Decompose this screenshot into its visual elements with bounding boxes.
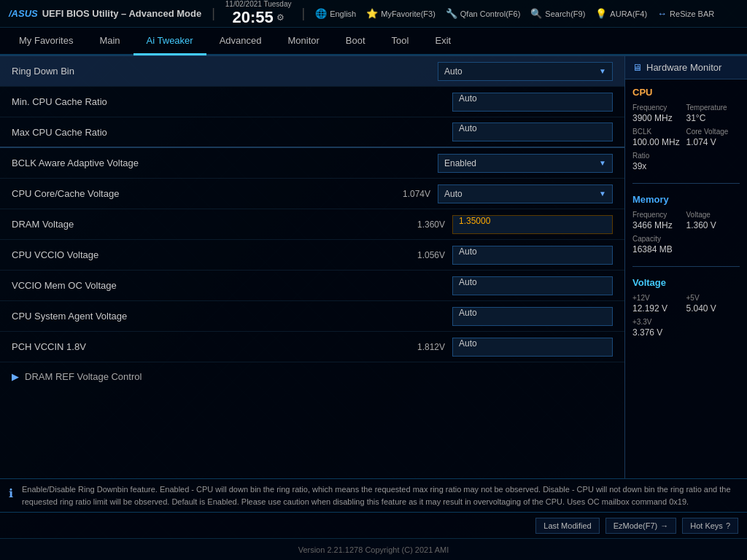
bclk-aware-arrow: ▼ — [599, 159, 606, 167]
nav-boot[interactable]: Boot — [333, 28, 379, 55]
nav-exit[interactable]: Exit — [422, 28, 464, 55]
hw-core-voltage-value: 1.074 V — [686, 137, 740, 147]
hw-bclk-label: BCLK — [632, 128, 686, 136]
globe-icon: 🌐 — [315, 8, 327, 19]
header-separator: | — [212, 6, 215, 21]
last-modified-label: Last Modified — [543, 521, 591, 530]
version-text: Version 2.21.1278 Copyright (C) 2021 AMI — [298, 545, 449, 554]
setting-max-cpu-cache: Max CPU Cache Ratio Auto — [0, 117, 624, 148]
star-icon: ⭐ — [366, 8, 378, 19]
cpu-core-voltage-arrow: ▼ — [599, 190, 606, 198]
hw-cpu-section: CPU Frequency 3900 MHz Temperature 31°C … — [625, 79, 747, 180]
resize-icon: ↔ — [657, 8, 667, 19]
dram-voltage-reading: 1.360V — [417, 219, 445, 230]
info-text: Enable/Disable Ring Downbin feature. Ena… — [22, 483, 738, 508]
nav-bar: My Favorites Main Ai Tweaker Advanced Mo… — [0, 28, 747, 55]
monitor-icon: 🖥 — [632, 62, 642, 73]
nav-tool[interactable]: Tool — [379, 28, 422, 55]
hw-cpu-freq-col: Frequency 3900 MHz — [632, 104, 686, 123]
hw-divider-2 — [632, 266, 740, 267]
hw-mem-freq-value: 3466 MHz — [632, 220, 686, 230]
asus-logo: /ASUS UEFI BIOS Utility – Advanced Mode — [9, 8, 201, 19]
bios-title: UEFI BIOS Utility – Advanced Mode — [42, 8, 201, 19]
setting-pch-vccin: PCH VCCIN 1.8V 1.812V Auto — [0, 332, 624, 362]
hw-mem-cap-label: Capacity — [632, 235, 740, 243]
myfavorite-control[interactable]: ⭐ MyFavorite(F3) — [366, 8, 436, 19]
hw-ratio-value: 39x — [632, 161, 740, 171]
hw-v5-value: 5.040 V — [686, 303, 740, 314]
nav-my-favorites[interactable]: My Favorites — [6, 28, 86, 55]
nav-ai-tweaker[interactable]: Ai Tweaker — [133, 28, 206, 55]
nav-advanced[interactable]: Advanced — [206, 28, 275, 55]
header-sep2: | — [301, 6, 305, 21]
hw-mem-freq-col: Frequency 3466 MHz — [632, 211, 686, 230]
info-icon: ℹ — [9, 485, 13, 502]
hw-cpu-freq-value: 3900 MHz — [632, 113, 686, 123]
hw-cpu-temp-label: Temperature — [686, 104, 740, 112]
aura-control[interactable]: 💡 AURA(F4) — [595, 8, 647, 19]
setting-min-cpu-cache: Min. CPU Cache Ratio Auto — [0, 87, 624, 117]
hw-v33-label: +3.3V — [632, 318, 740, 326]
resize-control[interactable]: ↔ ReSize BAR — [657, 8, 714, 19]
aura-icon: 💡 — [595, 8, 607, 19]
hot-keys-button[interactable]: Hot Keys ? — [682, 518, 738, 534]
bclk-aware-dropdown[interactable]: Enabled ▼ — [438, 154, 613, 173]
hw-v33-col: +3.3V 3.376 V — [632, 318, 740, 338]
hw-mem-cap-col: Capacity 16384 MB — [632, 235, 740, 254]
setting-cpu-vccio: CPU VCCIO Voltage 1.056V Auto — [0, 240, 624, 271]
hw-cpu-bclk-cv-row: BCLK 100.00 MHz Core Voltage 1.074 V — [632, 128, 740, 147]
expand-arrow-icon: ▶ — [12, 371, 19, 382]
dram-ref-group[interactable]: ▶ DRAM REF Voltage Control — [0, 362, 624, 390]
vccio-mem-label: VCCIO Mem OC Voltage — [12, 280, 452, 291]
cpu-core-voltage-value: Auto — [444, 189, 599, 199]
hw-mem-capacity-row: Capacity 16384 MB — [632, 235, 740, 254]
dram-voltage-label: DRAM Voltage — [12, 219, 417, 230]
nav-monitor[interactable]: Monitor — [275, 28, 333, 55]
hw-divider-1 — [632, 183, 740, 184]
search-control[interactable]: 🔍 Search(F9) — [530, 8, 585, 19]
hw-memory-section: Memory Frequency 3466 MHz Voltage 1.360 … — [625, 187, 747, 263]
ez-mode-button[interactable]: EzMode(F7) → — [605, 518, 677, 534]
nav-main[interactable]: Main — [86, 28, 133, 55]
hw-monitor-title-text: Hardware Monitor — [646, 62, 721, 73]
setting-vccio-mem: VCCIO Mem OC Voltage Auto — [0, 271, 624, 301]
vccio-mem-input[interactable]: Auto — [452, 276, 613, 295]
setting-cpu-core-voltage: CPU Core/Cache Voltage 1.074V Auto ▼ — [0, 179, 624, 209]
header-time: 20:55 — [233, 8, 274, 27]
aura-label: AURA(F4) — [610, 9, 647, 18]
max-cpu-cache-label: Max CPU Cache Ratio — [12, 127, 452, 138]
hw-cpu-freq-label: Frequency — [632, 104, 686, 112]
min-cpu-cache-input[interactable]: Auto — [452, 93, 613, 112]
hw-v12-col: +12V 12.192 V — [632, 294, 686, 314]
hw-mem-freq-volt-row: Frequency 3466 MHz Voltage 1.360 V — [632, 211, 740, 230]
dram-ref-label: DRAM REF Voltage Control — [25, 371, 142, 382]
ez-mode-arrow-icon: → — [660, 521, 668, 530]
hw-cpu-freq-temp-row: Frequency 3900 MHz Temperature 31°C — [632, 104, 740, 123]
hw-v5-label: +5V — [686, 294, 740, 302]
hw-cpu-temp-value: 31°C — [686, 113, 740, 123]
qfan-control[interactable]: 🔧 Qfan Control(F6) — [446, 8, 521, 19]
setting-dram-voltage: DRAM Voltage 1.360V 1.35000 — [0, 209, 624, 240]
hw-cpu-ratio-row: Ratio 39x — [632, 152, 740, 171]
version-bar: Version 2.21.1278 Copyright (C) 2021 AMI — [0, 538, 747, 560]
hw-core-voltage-label: Core Voltage — [686, 128, 740, 136]
max-cpu-cache-input[interactable]: Auto — [452, 122, 613, 141]
gear-icon[interactable]: ⚙ — [276, 12, 285, 23]
cpu-system-agent-input[interactable]: Auto — [452, 307, 613, 326]
cpu-core-voltage-dropdown[interactable]: Auto ▼ — [438, 184, 613, 203]
pch-vccin-label: PCH VCCIN 1.8V — [12, 341, 417, 352]
resize-label: ReSize BAR — [670, 9, 714, 18]
lang-control[interactable]: 🌐 English — [315, 8, 356, 19]
header-controls: 🌐 English ⭐ MyFavorite(F3) 🔧 Qfan Contro… — [315, 8, 738, 19]
header-date: 11/02/2021 Tuesday — [225, 0, 292, 8]
setting-ring-down-bin: Ring Down Bin Auto ▼ — [0, 56, 624, 87]
last-modified-button[interactable]: Last Modified — [535, 518, 599, 534]
min-cpu-cache-label: Min. CPU Cache Ratio — [12, 96, 452, 107]
cpu-vccio-input[interactable]: Auto — [452, 246, 613, 265]
ring-down-bin-dropdown[interactable]: Auto ▼ — [438, 62, 613, 81]
search-icon: 🔍 — [530, 8, 542, 19]
hw-ratio-col: Ratio 39x — [632, 152, 740, 171]
pch-vccin-input[interactable]: Auto — [452, 338, 613, 357]
cpu-core-voltage-reading: 1.074V — [403, 189, 430, 199]
dram-voltage-input[interactable]: 1.35000 — [452, 215, 613, 234]
